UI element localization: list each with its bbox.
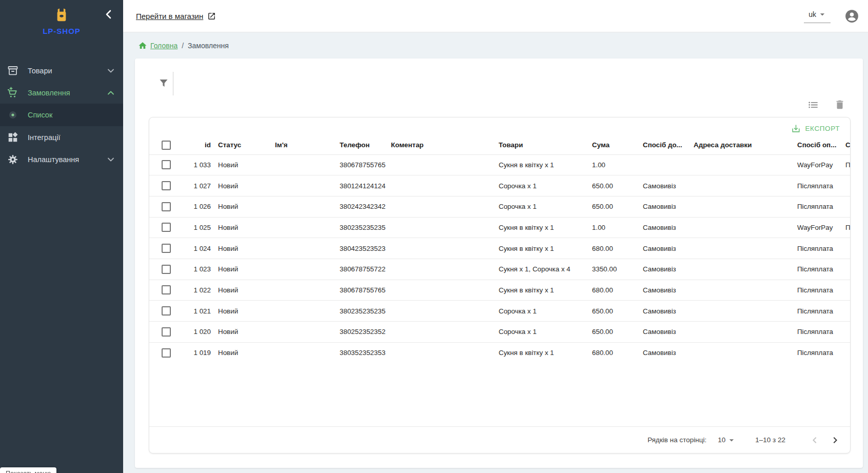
orders-panel: ЕКСПОРТ idСтатусІм'яТелефонКоментарТовар… <box>135 58 863 468</box>
sidebar-collapse-button[interactable] <box>103 8 115 21</box>
rows-per-page-select[interactable]: 10 <box>718 435 737 445</box>
trash-icon <box>834 99 845 110</box>
cell-sum: 650.00 <box>592 175 643 196</box>
cell-comment <box>391 259 499 280</box>
row-checkbox[interactable] <box>162 265 171 274</box>
table-row[interactable]: 1 033Новий380678755765Сукня в квітку х 1… <box>149 154 850 175</box>
store-link-label: Перейти в магазин <box>136 12 203 21</box>
sidebar-item-orders-list[interactable]: Список <box>0 104 123 126</box>
cell-payment: WayForPay <box>797 154 845 175</box>
row-checkbox[interactable] <box>162 348 171 358</box>
column-header-payment[interactable]: Спосіб оп... <box>797 136 845 154</box>
row-select-cell <box>149 154 190 175</box>
columns-list-button[interactable] <box>807 99 819 110</box>
cell-products: Сорочка х 1 <box>499 196 592 217</box>
cell-sum: 3350.00 <box>592 259 643 280</box>
export-button[interactable]: ЕКСПОРТ <box>787 122 844 135</box>
select-all-cell <box>149 136 190 154</box>
cell-delivery: Самовивіз <box>643 301 694 322</box>
cell-payment: WayForPay <box>797 217 845 238</box>
sidebar-item-orders[interactable]: Замовлення <box>0 82 123 104</box>
column-header-comment[interactable]: Коментар <box>391 136 499 154</box>
filter-button[interactable] <box>157 77 170 89</box>
delete-button[interactable] <box>834 99 845 110</box>
row-checkbox[interactable] <box>162 202 171 211</box>
sidebar-item-products[interactable]: Товари <box>0 60 123 82</box>
breadcrumb-current: Замовлення <box>188 42 229 50</box>
column-header-payment_status[interactable]: Ст <box>845 136 850 154</box>
chevron-right-icon <box>829 434 841 446</box>
table-row[interactable]: 1 019Новий380352352353Сукня в квітку х 1… <box>149 342 850 363</box>
cell-status: Новий <box>218 217 275 238</box>
row-checkbox[interactable] <box>162 306 171 316</box>
cell-products: Сорочка х 1 <box>499 175 592 196</box>
cell-comment <box>391 280 499 301</box>
row-select-cell <box>149 280 190 301</box>
cell-sum: 650.00 <box>592 322 643 343</box>
table-row[interactable]: 1 026Новий380242342342Сорочка х 1650.00С… <box>149 196 850 217</box>
table-row[interactable]: 1 023Новий380678755722Сукня х 1, Сорочка… <box>149 259 850 280</box>
select-all-checkbox[interactable] <box>162 141 171 150</box>
column-header-address[interactable]: Адреса доставки <box>694 136 797 154</box>
home-icon <box>138 41 147 50</box>
cell-payment: Післяплата <box>797 196 845 217</box>
column-header-status[interactable]: Статус <box>218 136 275 154</box>
chevron-down-icon <box>817 9 827 19</box>
sidebar-item-label: Замовлення <box>28 89 106 97</box>
topbar: Перейти в магазин uk <box>123 0 868 32</box>
cell-comment <box>391 175 499 196</box>
column-header-name[interactable]: Ім'я <box>275 136 340 154</box>
cell-address <box>694 196 797 217</box>
row-select-cell <box>149 322 190 343</box>
export-button-label: ЕКСПОРТ <box>805 125 840 132</box>
user-menu-button[interactable] <box>845 9 859 23</box>
cell-status: Новий <box>218 301 275 322</box>
sidebar: LP-SHOP ТовариЗамовленняСписокІнтеграції… <box>0 0 123 473</box>
orders-table-card: ЕКСПОРТ idСтатусІм'яТелефонКоментарТовар… <box>149 117 851 454</box>
breadcrumb-home-label[interactable]: Головна <box>150 42 177 50</box>
column-header-phone[interactable]: Телефон <box>340 136 391 154</box>
sidebar-item-settings[interactable]: Налаштування <box>0 148 123 170</box>
store-link[interactable]: Перейти в магазин <box>136 12 216 21</box>
column-header-sum[interactable]: Сума <box>592 136 643 154</box>
row-checkbox[interactable] <box>162 327 171 337</box>
sidebar-nav: ТовариЗамовленняСписокІнтеграціїНалаштув… <box>0 60 123 170</box>
cell-sum: 1.00 <box>592 154 643 175</box>
cell-phone: 380235235235 <box>340 301 391 322</box>
cell-payment: Післяплата <box>797 301 845 322</box>
cell-status: Новий <box>218 196 275 217</box>
column-header-products[interactable]: Товари <box>499 136 592 154</box>
bullet-icon <box>6 109 19 121</box>
row-checkbox[interactable] <box>162 181 171 190</box>
filter-zone <box>135 58 863 96</box>
cell-sum: 680.00 <box>592 280 643 301</box>
row-select-cell <box>149 238 190 259</box>
cell-payment: Післяплата <box>797 259 845 280</box>
table-row[interactable]: 1 027Новий380124124124Сорочка х 1650.00С… <box>149 175 850 196</box>
filter-divider <box>173 72 173 95</box>
table-row[interactable]: 1 020Новий380252352352Сорочка х 1650.00С… <box>149 322 850 343</box>
table-row[interactable]: 1 024Новий380423523523Сукня в квітку х 1… <box>149 238 850 259</box>
cell-products: Сукня х 1, Сорочка х 4 <box>499 259 592 280</box>
row-checkbox[interactable] <box>162 160 171 169</box>
cell-payment: Післяплата <box>797 280 845 301</box>
sidebar-item-integrations[interactable]: Інтеграції <box>0 126 123 148</box>
cell-name <box>275 342 340 363</box>
breadcrumb-home-link[interactable]: Головна <box>138 41 177 50</box>
language-select[interactable]: uk <box>803 9 831 23</box>
widgets-icon <box>6 131 19 144</box>
next-page-button[interactable] <box>828 433 842 447</box>
column-header-id[interactable]: id <box>190 136 218 154</box>
filter-icon <box>157 77 170 89</box>
row-checkbox[interactable] <box>162 223 171 232</box>
table-row[interactable]: 1 025Новий380235235235Сукня в квітку х 1… <box>149 217 850 238</box>
cell-phone: 380252352352 <box>340 322 391 343</box>
column-header-delivery[interactable]: Спосіб до... <box>643 136 694 154</box>
table-row[interactable]: 1 021Новий380235235235Сорочка х 1650.00С… <box>149 301 850 322</box>
prev-page-button[interactable] <box>808 433 821 447</box>
inventory-icon <box>6 65 19 77</box>
row-checkbox[interactable] <box>162 285 171 294</box>
table-row[interactable]: 1 022Новий380678755765Сукня в квітку х 1… <box>149 280 850 301</box>
row-checkbox[interactable] <box>162 244 171 253</box>
cell-comment <box>391 238 499 259</box>
